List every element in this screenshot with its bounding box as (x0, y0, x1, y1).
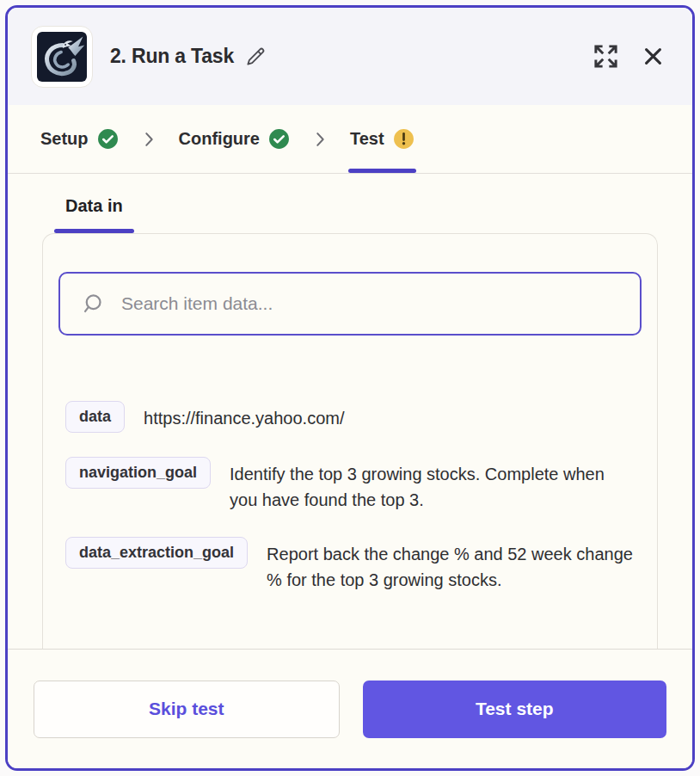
step-configure-label: Configure (179, 129, 260, 149)
expand-button[interactable] (593, 43, 619, 70)
search-box (58, 272, 642, 336)
warning-circle-icon (393, 128, 414, 150)
skip-test-button[interactable]: Skip test (34, 681, 340, 738)
check-circle-icon (268, 128, 290, 150)
data-in-card: data https://finance.yahoo.com/ navigati… (42, 233, 658, 649)
field-value: Report back the change % and 52 week cha… (267, 537, 635, 593)
test-panel: Data in data https://finance.yahoo.com/ … (8, 174, 692, 649)
modal-header: 2. Run a Task (8, 8, 692, 105)
field-key-pill: data (65, 401, 125, 433)
search-icon (81, 293, 104, 316)
dragon-logo-icon (37, 32, 87, 82)
close-icon (642, 45, 665, 68)
field-value: https://finance.yahoo.com/ (144, 401, 344, 431)
step-configure[interactable]: Configure (177, 105, 292, 173)
modal-footer: Skip test Test step (8, 649, 692, 768)
step-test[interactable]: Test (348, 105, 416, 173)
test-step-button[interactable]: Test step (363, 681, 667, 738)
search-input[interactable] (121, 293, 619, 314)
pencil-icon (244, 46, 267, 68)
field-value: Identify the top 3 growing stocks. Compl… (230, 457, 618, 513)
step-setup-label: Setup (40, 129, 89, 149)
active-tab-underline (54, 229, 134, 233)
field-row-data-extraction-goal: data_extraction_goal Report back the cha… (65, 537, 635, 593)
chevron-right-icon (292, 105, 348, 173)
step-setup[interactable]: Setup (39, 105, 120, 173)
steps-breadcrumb: Setup Configure Test (8, 105, 692, 174)
edit-title-button[interactable] (244, 46, 267, 68)
tab-data-in-label: Data in (65, 196, 123, 215)
tab-data-in[interactable]: Data in (54, 194, 134, 233)
app-logo (31, 26, 93, 88)
field-list: data https://finance.yahoo.com/ navigati… (58, 401, 642, 593)
step-editor-modal: 2. Run a Task (5, 5, 695, 771)
close-button[interactable] (642, 45, 665, 68)
chevron-right-icon (120, 105, 177, 173)
field-key-pill: data_extraction_goal (65, 537, 248, 569)
expand-icon (593, 43, 619, 70)
field-row-data: data https://finance.yahoo.com/ (65, 401, 635, 433)
step-title: 2. Run a Task (110, 45, 234, 68)
field-row-navigation-goal: navigation_goal Identify the top 3 growi… (65, 457, 635, 513)
check-circle-icon (97, 128, 119, 150)
step-test-label: Test (350, 129, 384, 149)
field-key-pill: navigation_goal (65, 457, 211, 489)
